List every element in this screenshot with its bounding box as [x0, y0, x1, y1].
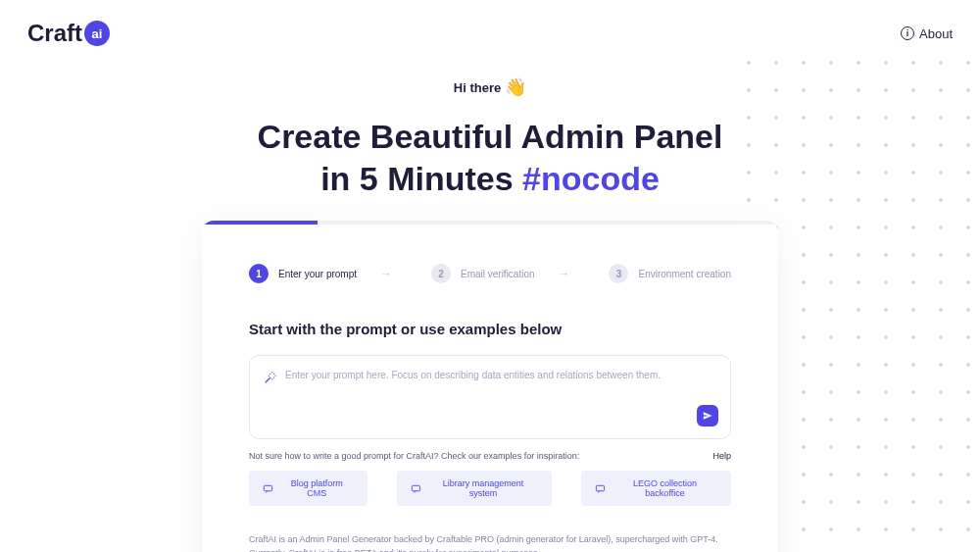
- greeting: Hi there 👋: [454, 76, 526, 98]
- step-2-label: Email verification: [461, 269, 535, 279]
- title-line1: Create Beautiful Admin Panel: [258, 118, 723, 155]
- step-1-num: 1: [249, 264, 269, 283]
- step-1-label: Enter your prompt: [278, 269, 357, 279]
- help-link[interactable]: Help: [712, 451, 731, 461]
- step-2: 2 Email verification →: [431, 264, 570, 283]
- greeting-text: Hi there: [454, 80, 501, 95]
- progress-fill: [202, 221, 318, 225]
- step-3-num: 3: [609, 264, 628, 283]
- about-label: About: [919, 26, 953, 41]
- progress-bar: [202, 221, 778, 225]
- about-link[interactable]: i About: [901, 26, 953, 41]
- step-3: 3 Environment creation: [609, 264, 731, 283]
- example-label: LEGO collection backoffice: [612, 478, 717, 498]
- arrow-icon: →: [380, 267, 392, 280]
- arrow-icon: →: [559, 267, 570, 280]
- header: Craftai i About: [0, 0, 980, 67]
- example-library[interactable]: Library management system: [397, 471, 552, 506]
- step-1: 1 Enter your prompt →: [249, 264, 392, 283]
- magic-wand-icon: [264, 371, 277, 384]
- info-icon: i: [901, 26, 914, 40]
- logo[interactable]: Craftai: [27, 20, 110, 47]
- svg-rect-0: [264, 485, 271, 490]
- help-text: Not sure how to write a good prompt for …: [249, 451, 579, 461]
- example-lego[interactable]: LEGO collection backoffice: [581, 471, 731, 506]
- hero-title: Create Beautiful Admin Panel in 5 Minute…: [0, 116, 980, 199]
- chat-icon: [595, 483, 606, 494]
- wave-emoji: 👋: [505, 76, 526, 98]
- examples-row: Blog platform CMS Library management sys…: [249, 471, 731, 506]
- logo-text: Craft: [27, 20, 82, 47]
- example-label: Library management system: [428, 478, 539, 498]
- footer-text: CraftAI is an Admin Panel Generator back…: [249, 533, 731, 552]
- chat-icon: [411, 483, 421, 494]
- svg-rect-2: [597, 485, 605, 490]
- prompt-box: [249, 355, 731, 439]
- send-icon: [703, 411, 712, 421]
- hashtag: #nocode: [522, 160, 660, 197]
- prompt-heading: Start with the prompt or use examples be…: [249, 321, 731, 337]
- hero-section: Hi there 👋 Create Beautiful Admin Panel …: [0, 76, 980, 199]
- title-line2-prefix: in 5 Minutes: [320, 160, 522, 197]
- help-row: Not sure how to write a good prompt for …: [249, 451, 731, 461]
- main-card: 1 Enter your prompt → 2 Email verificati…: [202, 221, 778, 552]
- svg-rect-1: [412, 485, 419, 490]
- example-blog-cms[interactable]: Blog platform CMS: [249, 471, 368, 506]
- step-3-label: Environment creation: [638, 269, 731, 279]
- step-2-num: 2: [431, 264, 451, 283]
- example-label: Blog platform CMS: [280, 478, 354, 498]
- chat-icon: [263, 483, 273, 494]
- send-button[interactable]: [697, 405, 718, 427]
- steps-row: 1 Enter your prompt → 2 Email verificati…: [249, 264, 731, 283]
- logo-badge: ai: [84, 21, 110, 46]
- prompt-input[interactable]: [285, 370, 716, 380]
